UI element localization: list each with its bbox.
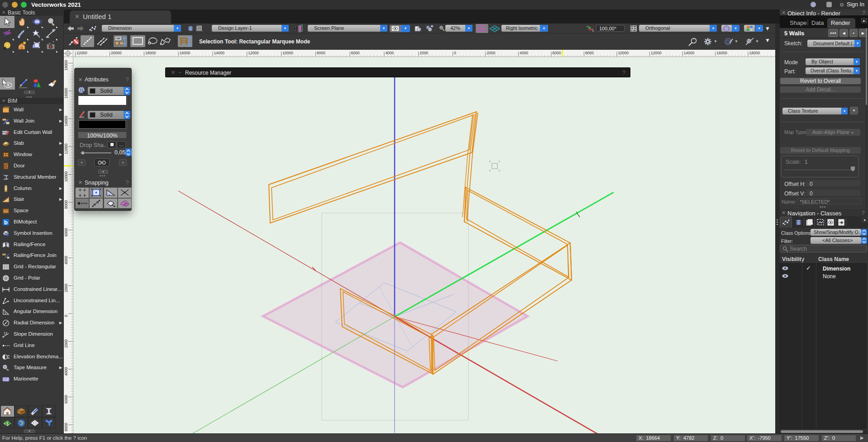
svg-text:2000: 2000 <box>64 339 68 348</box>
svg-text:6000: 6000 <box>64 395 68 404</box>
svg-text:2000: 2000 <box>64 284 68 292</box>
svg-text:16000: 16000 <box>716 51 727 55</box>
svg-text:4000: 4000 <box>64 367 68 375</box>
svg-text:12000: 12000 <box>64 143 68 154</box>
svg-text:X: X <box>592 30 594 33</box>
svg-text:10000: 10000 <box>618 51 629 55</box>
svg-text:10000: 10000 <box>64 171 68 182</box>
svg-text:18000: 18000 <box>64 60 68 71</box>
svg-text:2000: 2000 <box>487 51 496 55</box>
svg-text:16000: 16000 <box>64 88 68 99</box>
svg-text:4000: 4000 <box>64 256 68 264</box>
svg-text:4000: 4000 <box>520 51 528 55</box>
svg-text:6000: 6000 <box>64 228 68 237</box>
svg-text:8000: 8000 <box>585 51 594 55</box>
svg-text:2000: 2000 <box>420 51 428 55</box>
svg-text:20000: 20000 <box>111 51 122 55</box>
svg-text:18000: 18000 <box>749 51 760 55</box>
svg-text:b: b <box>4 219 8 226</box>
svg-text:6000: 6000 <box>351 51 360 55</box>
svg-text:22000: 22000 <box>76 51 87 55</box>
svg-text:0: 0 <box>454 51 456 55</box>
svg-text:18000: 18000 <box>145 51 156 55</box>
svg-text:0: 0 <box>64 314 68 317</box>
svg-text:14000: 14000 <box>684 51 695 55</box>
svg-text:8000: 8000 <box>317 51 325 55</box>
svg-text:10000: 10000 <box>282 51 293 55</box>
svg-text:12000: 12000 <box>651 51 662 55</box>
svg-text:4000: 4000 <box>385 51 394 55</box>
svg-text:8000: 8000 <box>64 423 68 431</box>
svg-text:6000: 6000 <box>553 51 561 55</box>
svg-text:8000: 8000 <box>64 200 68 209</box>
svg-text:16000: 16000 <box>180 51 191 55</box>
svg-text:14000: 14000 <box>214 51 224 55</box>
svg-text:14000: 14000 <box>64 115 68 126</box>
svg-text:12000: 12000 <box>248 51 259 55</box>
